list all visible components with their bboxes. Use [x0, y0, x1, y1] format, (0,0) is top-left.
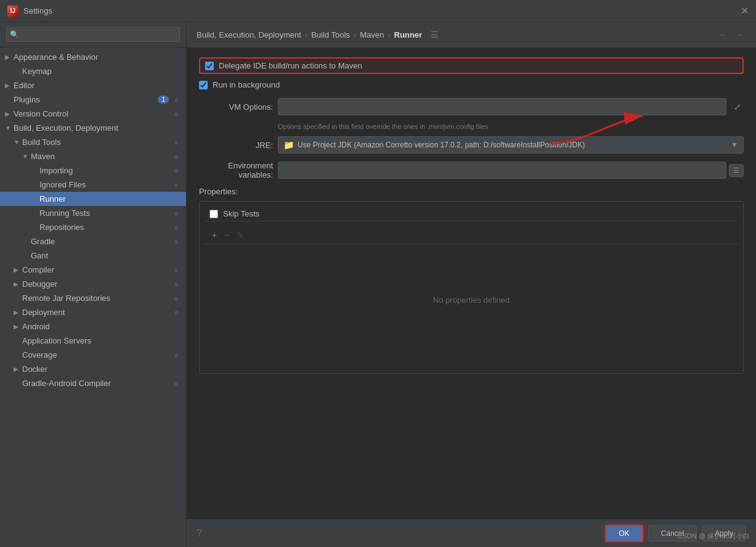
sidebar-item-version-control[interactable]: ▶ Version Control ≡ [0, 107, 186, 121]
sidebar-item-plugins[interactable]: Plugins 1 ≡ [0, 93, 186, 107]
skip-tests-checkbox[interactable] [209, 210, 218, 218]
arrow-icon: ▶ [14, 309, 22, 316]
sidebar-item-gradle-android[interactable]: Gradle-Android Compiler ≡ [0, 376, 186, 390]
window-title: Settings [23, 6, 52, 15]
env-input[interactable] [278, 162, 726, 179]
delegate-label[interactable]: Delegate IDE build/run actions to Maven [219, 61, 362, 70]
panel-header: Build, Execution, Deployment › Build Too… [187, 22, 756, 47]
jre-value: Use Project JDK (Amazon Corretto version… [298, 141, 585, 149]
search-input[interactable] [6, 27, 180, 42]
settings-icon: ≡ [171, 380, 181, 387]
folder-icon: 📁 [283, 140, 294, 150]
sidebar-item-gradle[interactable]: Gradle ≡ [0, 234, 186, 249]
vm-options-input[interactable] [278, 98, 726, 115]
settings-icon: ≡ [171, 295, 181, 302]
arrow-icon: ▶ [14, 366, 22, 372]
settings-icon: ≡ [171, 238, 181, 245]
sidebar-item-app-servers[interactable]: Application Servers [0, 334, 186, 348]
sidebar-item-running-tests[interactable]: Running Tests ≡ [0, 206, 186, 220]
sidebar-item-label: Build Tools [22, 138, 171, 147]
sidebar-item-label: Plugins [14, 95, 158, 104]
settings-icon: ≡ [171, 96, 181, 104]
settings-icon: ≡ [171, 153, 181, 160]
env-input-row: ☰ [278, 162, 744, 179]
vm-options-label: VM Options: [199, 102, 273, 112]
breadcrumb-sep: › [388, 30, 390, 39]
title-bar: IJ Settings ✕ [0, 0, 756, 22]
search-wrapper: 🔍 [6, 27, 180, 42]
run-background-row: Run in background [199, 80, 744, 89]
breadcrumb-item-2: Build Tools [311, 30, 350, 39]
sidebar-item-android[interactable]: ▶ Android [0, 319, 186, 334]
settings-icon: ≡ [171, 181, 181, 189]
env-browse-button[interactable]: ☰ [729, 164, 744, 177]
ok-button[interactable]: OK [605, 525, 643, 542]
bottom-bar: ? OK Cancel Apply [187, 519, 756, 547]
run-background-checkbox[interactable] [199, 81, 208, 89]
settings-icon: ≡ [171, 224, 181, 231]
sidebar-item-gant[interactable]: Gant [0, 249, 186, 263]
sidebar-item-ignored-files[interactable]: Ignored Files ≡ [0, 178, 186, 192]
sidebar-item-label: Build, Execution, Deployment [14, 123, 181, 133]
sidebar-item-maven[interactable]: ▼ Maven ≡ [0, 149, 186, 163]
sidebar-item-runner[interactable]: Runner ≡ [0, 192, 186, 206]
help-icon[interactable]: ☰ [431, 30, 439, 39]
watermark: CSDN @ 保护wo万小白 [677, 532, 750, 541]
settings-icon: ≡ [171, 352, 181, 359]
breadcrumb: Build, Execution, Deployment › Build Too… [197, 30, 439, 39]
properties-area: Skip Tests + − ✎ No properties defined [199, 201, 744, 374]
plugins-badge: 1 [158, 96, 169, 104]
edit-property-button[interactable]: ✎ [234, 229, 246, 241]
sidebar-item-label: Android [22, 322, 181, 331]
close-button[interactable]: ✕ [741, 6, 749, 16]
sidebar-item-label: Ignored Files [39, 180, 171, 189]
sidebar-item-label: Repositories [39, 223, 171, 232]
delegate-checkbox-row: Delegate IDE build/run actions to Maven [199, 57, 744, 74]
sidebar-item-deployment[interactable]: ▶ Deployment ≡ [0, 305, 186, 319]
skip-tests-label[interactable]: Skip Tests [223, 209, 259, 218]
sidebar-item-repositories[interactable]: Repositories ≡ [0, 220, 186, 234]
sidebar-item-compiler[interactable]: ▶ Compiler ≡ [0, 263, 186, 277]
sidebar-item-build-execution[interactable]: ▼ Build, Execution, Deployment [0, 121, 186, 135]
jre-row: JRE: 📁 Use Project JDK (Amazon Corretto … [199, 136, 744, 154]
sidebar-item-label: Docker [22, 364, 181, 374]
add-property-button[interactable]: + [209, 229, 219, 241]
title-bar-left: IJ Settings [7, 6, 52, 17]
vm-options-hint: Options specified in this field override… [278, 123, 744, 130]
sidebar-item-build-tools[interactable]: ▼ Build Tools ≡ [0, 135, 186, 149]
vm-options-row: VM Options: ⤢ [199, 98, 744, 115]
sidebar-item-label: Deployment [22, 308, 171, 317]
sidebar-item-keymap[interactable]: Keymap [0, 64, 186, 78]
sidebar-item-editor[interactable]: ▶ Editor [0, 78, 186, 93]
arrow-icon: ▶ [5, 110, 14, 117]
sidebar-item-remote-jar[interactable]: Remote Jar Repositories ≡ [0, 291, 186, 305]
arrow-icon: ▶ [5, 54, 14, 60]
nav-forward-button[interactable]: → [733, 28, 746, 41]
sidebar-item-label: Application Servers [22, 336, 181, 345]
arrow-icon: ▶ [14, 281, 22, 287]
sidebar-item-coverage[interactable]: Coverage ≡ [0, 348, 186, 362]
jre-select-text: 📁 Use Project JDK (Amazon Corretto versi… [283, 140, 585, 150]
sidebar-item-label: Gradle-Android Compiler [22, 379, 171, 388]
sidebar-item-label: Debugger [22, 279, 171, 289]
jre-select[interactable]: 📁 Use Project JDK (Amazon Corretto versi… [278, 136, 744, 154]
sidebar-item-importing[interactable]: Importing ≡ [0, 163, 186, 178]
remove-property-button[interactable]: − [222, 229, 232, 241]
right-panel: Build, Execution, Deployment › Build Too… [187, 22, 756, 547]
run-background-label[interactable]: Run in background [213, 80, 280, 89]
expand-vm-button[interactable]: ⤢ [731, 101, 744, 113]
no-properties-text: No properties defined [433, 295, 510, 305]
env-row: Environment variables: ☰ [199, 161, 744, 179]
sidebar-item-debugger[interactable]: ▶ Debugger ≡ [0, 277, 186, 291]
delegate-checkbox[interactable] [205, 62, 214, 70]
sidebar-item-label: Gradle [31, 237, 171, 246]
sidebar-item-label: Compiler [22, 265, 171, 274]
help-button[interactable]: ? [197, 528, 202, 539]
dropdown-arrow-icon: ▼ [731, 141, 738, 149]
breadcrumb-item-active: Runner [394, 30, 423, 39]
sidebar-item-label: Coverage [22, 350, 171, 360]
sidebar-item-appearance[interactable]: ▶ Appearance & Behavior [0, 50, 186, 64]
sidebar-item-docker[interactable]: ▶ Docker [0, 362, 186, 376]
nav-back-button[interactable]: ← [717, 28, 730, 41]
settings-icon: ≡ [171, 210, 181, 217]
